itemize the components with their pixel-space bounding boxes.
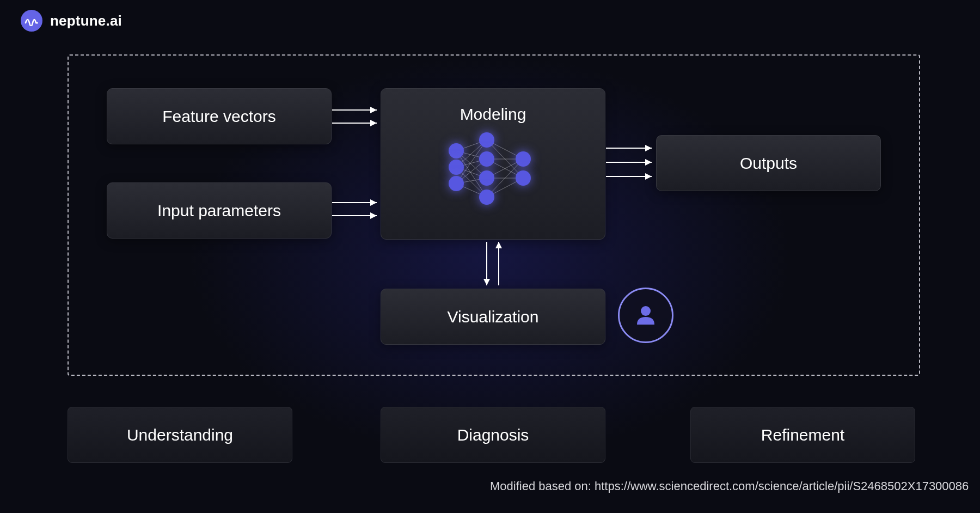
user-icon: [618, 288, 673, 343]
bottom-label: Understanding: [127, 426, 233, 444]
node-label: Feature vectors: [162, 107, 275, 126]
arrow-ip-modeling: [332, 197, 381, 224]
node-label: Outputs: [740, 154, 797, 173]
arrow-modeling-visualization: [482, 240, 504, 290]
bottom-label: Diagnosis: [457, 426, 529, 444]
node-label: Visualization: [448, 308, 539, 326]
bottom-diagnosis: Diagnosis: [381, 407, 605, 463]
node-visualization: Visualization: [381, 289, 605, 345]
node-feature-vectors: Feature vectors: [107, 88, 332, 144]
svg-point-0: [36, 22, 38, 24]
neural-network-icon: [439, 135, 548, 216]
arrow-modeling-outputs: [606, 143, 656, 186]
node-modeling: Modeling: [381, 88, 605, 240]
svg-point-21: [641, 306, 651, 316]
brand-logo: neptune.ai: [21, 10, 122, 32]
node-label: Input parameters: [157, 201, 281, 220]
node-input-parameters: Input parameters: [107, 182, 332, 239]
node-label: Modeling: [460, 105, 526, 124]
logo-icon: [21, 10, 42, 32]
node-outputs: Outputs: [656, 135, 881, 191]
arrow-fv-modeling: [332, 105, 381, 132]
brand-name: neptune.ai: [50, 13, 122, 29]
bottom-understanding: Understanding: [68, 407, 292, 463]
bottom-refinement: Refinement: [690, 407, 915, 463]
bottom-label: Refinement: [761, 426, 844, 444]
citation-text: Modified based on: https://www.sciencedi…: [490, 479, 969, 493]
